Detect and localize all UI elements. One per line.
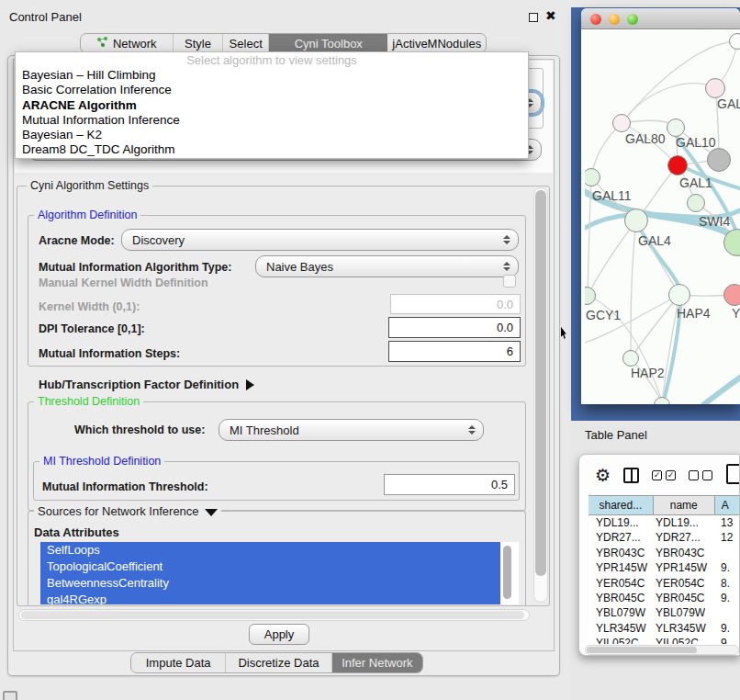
node-label: GAL80 xyxy=(625,131,666,146)
attributes-scrollbar[interactable] xyxy=(503,546,511,599)
tab-select[interactable]: Select xyxy=(223,34,269,52)
network-node-hap2[interactable] xyxy=(622,350,639,367)
network-view-window[interactable]: GALGAL80GAL10GAL1GAL11SWI4GAL4HAP4YGCY1H… xyxy=(581,8,740,404)
algorithm-dropdown-list: Select algorithm to view settings Bayesi… xyxy=(15,51,529,159)
dropdown-item[interactable]: Mutual Information Inference xyxy=(16,113,528,128)
scrollbar-thumb[interactable] xyxy=(21,611,524,619)
minimize-traffic-light-icon[interactable] xyxy=(609,14,620,25)
network-icon xyxy=(96,36,108,51)
settings-horizontal-scrollbar[interactable] xyxy=(18,609,530,621)
file-icon[interactable] xyxy=(726,464,740,484)
network-node-hap4[interactable] xyxy=(668,284,690,306)
table-cell: YDL19... xyxy=(654,515,715,530)
tab-cyni-toolbox[interactable]: Cyni Toolbox xyxy=(269,34,387,52)
network-node[interactable] xyxy=(707,148,731,172)
mi-threshold-field[interactable]: 0.5 xyxy=(384,474,515,495)
sources-group-title[interactable]: Sources for Network Inference xyxy=(34,504,221,518)
table-cell: YBR043C xyxy=(589,546,654,560)
table-row[interactable]: YER054CYER054C8. xyxy=(589,576,740,591)
network-node-gal1[interactable] xyxy=(667,155,688,175)
dropdown-item[interactable]: Bayesian – K2 xyxy=(16,128,528,142)
table-row[interactable]: YBL079WYBL079W xyxy=(589,605,740,620)
float-window-icon[interactable] xyxy=(529,13,538,22)
dropdown-prompt: Select algorithm to view settings xyxy=(16,52,528,68)
corner-chip-icon[interactable] xyxy=(3,691,17,700)
mi-steps-field[interactable]: 6 xyxy=(388,341,521,362)
table-row[interactable]: YBR043CYBR043C xyxy=(589,546,740,560)
table-cell xyxy=(715,546,740,560)
table-horizontal-scrollbar[interactable] xyxy=(585,645,739,655)
table-row[interactable]: YIL052CYIL052C9. xyxy=(589,636,740,644)
tab-infer-network[interactable]: Infer Network xyxy=(332,653,422,672)
node-label: GAL10 xyxy=(676,135,716,150)
tab-discretize-data[interactable]: Discretize Data xyxy=(226,653,331,672)
zoom-traffic-light-icon[interactable] xyxy=(627,14,638,25)
network-node-swi4[interactable] xyxy=(687,194,705,212)
aracne-mode-label: Aracne Mode: xyxy=(39,234,115,247)
tab-style[interactable]: Style xyxy=(174,34,224,52)
manual-kernel-checkbox[interactable] xyxy=(503,275,516,288)
which-threshold-value: MI Threshold xyxy=(230,423,299,437)
deselect-all-columns-icon[interactable] xyxy=(689,470,712,480)
dropdown-item[interactable]: Basic Correlation Inference xyxy=(16,83,528,97)
node-table[interactable]: shared... name A YDL19...YDL19...13YDR27… xyxy=(589,495,740,644)
select-all-columns-icon[interactable]: ✓✓ xyxy=(652,470,676,480)
dropdown-item[interactable]: Dream8 DC_TDC Algorithm xyxy=(16,142,528,157)
table-row[interactable]: YPR145WYPR145W9. xyxy=(589,560,740,575)
tab-impute-data[interactable]: Impute Data xyxy=(131,653,226,672)
column-header-shared-name[interactable]: shared... xyxy=(589,496,654,514)
attribute-list-item[interactable]: TopologicalCoefficient xyxy=(40,559,500,575)
table-row[interactable]: YDR27...YDR27...12 xyxy=(589,530,740,545)
network-canvas[interactable]: GALGAL80GAL10GAL1GAL11SWI4GAL4HAP4YGCY1H… xyxy=(585,30,740,404)
attribute-list-item[interactable]: BetweennessCentrality xyxy=(40,575,500,592)
attribute-list-item[interactable]: SelfLoops xyxy=(40,542,500,559)
screen: Control Panel ✖ Network Style Select Cyn… xyxy=(0,0,740,700)
kernel-width-field[interactable]: 0.0 xyxy=(390,294,521,314)
table-cell: YBR045C xyxy=(589,591,654,605)
sources-title-text: Sources for Network Inference xyxy=(38,504,199,518)
network-node-gal10[interactable] xyxy=(667,119,685,137)
aracne-mode-value: Discovery xyxy=(132,233,185,247)
network-window-titlebar[interactable] xyxy=(581,8,740,29)
dpi-tolerance-field[interactable]: 0.0 xyxy=(388,317,521,338)
network-node[interactable] xyxy=(729,33,740,50)
network-node-gal80[interactable] xyxy=(612,114,631,132)
column-header-name[interactable]: name xyxy=(654,496,715,514)
tab-network[interactable]: Network xyxy=(81,34,174,52)
tab-impute-label: Impute Data xyxy=(146,656,211,670)
table-row[interactable]: YLR345WYLR345W9. xyxy=(589,621,740,636)
node-label: SWI4 xyxy=(699,214,730,229)
scrollbar-thumb[interactable] xyxy=(587,647,697,653)
table-cell: YLR345W xyxy=(589,621,654,636)
network-node-gal4[interactable] xyxy=(624,209,648,232)
table-row[interactable]: YDL19...YDL19...13 xyxy=(589,515,740,530)
gear-icon[interactable]: ⚙ xyxy=(595,467,611,484)
close-traffic-light-icon[interactable] xyxy=(590,14,601,25)
dropdown-item[interactable]: Bayesian – Hill Climbing xyxy=(16,68,528,83)
attribute-list-item[interactable]: gal4RGexp xyxy=(40,592,500,604)
columns-icon[interactable] xyxy=(623,468,639,483)
mi-type-combo[interactable]: Naive Bayes xyxy=(255,255,519,277)
tab-jactivemnodules-label: jActiveMNodules xyxy=(392,37,481,51)
collapsed-arrow-icon xyxy=(246,379,254,390)
table-cell: 12 xyxy=(715,530,740,545)
mi-type-label: Mutual Information Algorithm Type: xyxy=(39,261,231,274)
mi-threshold-label: Mutual Information Threshold: xyxy=(42,480,208,493)
close-icon[interactable]: ✖ xyxy=(545,8,556,23)
table-cell: YIL052C xyxy=(589,636,654,644)
aracne-mode-combo[interactable]: Discovery xyxy=(121,229,519,251)
table-row[interactable]: YBR045CYBR045C9. xyxy=(589,591,740,605)
node-label: GAL4 xyxy=(638,233,671,248)
tab-jactivemnodules[interactable]: jActiveMNodules xyxy=(387,34,486,52)
apply-button[interactable]: Apply xyxy=(249,624,309,645)
scrollbar-thumb[interactable] xyxy=(535,190,546,576)
network-node-gal[interactable] xyxy=(705,78,725,98)
node-label: GAL xyxy=(717,96,740,111)
which-threshold-combo[interactable]: MI Threshold xyxy=(219,419,484,441)
network-node-y[interactable] xyxy=(723,284,740,306)
data-attributes-list[interactable]: SelfLoopsTopologicalCoefficientBetweenne… xyxy=(40,542,519,604)
settings-vertical-scrollbar[interactable] xyxy=(533,187,548,603)
hub-tf-definition-toggle[interactable]: Hub/Transcription Factor Definition xyxy=(39,378,254,391)
column-header-partial[interactable]: A xyxy=(715,496,740,514)
dropdown-item[interactable]: ARACNE Algorithm xyxy=(16,98,528,113)
